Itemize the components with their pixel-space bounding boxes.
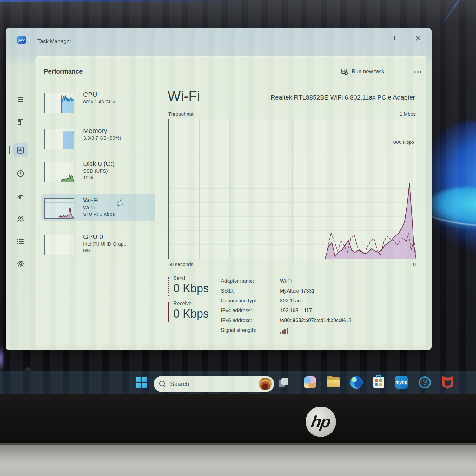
help-glyph: ? <box>419 376 431 388</box>
field-label: SSID: <box>221 286 280 296</box>
field-value: 802.11ac <box>280 296 301 306</box>
mcafee-icon[interactable] <box>441 376 454 389</box>
signal-bars-icon <box>280 325 288 337</box>
edge-icon[interactable] <box>350 376 363 389</box>
wifi-title: Wi-Fi <box>83 196 115 204</box>
run-new-task-label: Run new task <box>352 69 384 75</box>
field-row: IPv4 address:192.168.1.117 <box>221 306 418 315</box>
cpu-sub: 80% 1.48 GHz <box>83 98 115 105</box>
memory-title: Memory <box>83 127 121 135</box>
x-axis-left-label: 60 seconds <box>168 261 193 267</box>
laptop-screen: Task Manager <box>0 0 476 394</box>
field-label: Signal strength: <box>221 325 280 337</box>
close-button[interactable] <box>409 32 427 44</box>
adapter-fields: Adapter name:Wi-Fi SSID:MyAltice ff7331 … <box>221 276 418 337</box>
field-row: SSID:MyAltice ff7331 <box>221 286 418 296</box>
receive-legend-marker <box>168 302 169 322</box>
search-icon <box>159 381 166 387</box>
more-options-button[interactable] <box>411 68 425 76</box>
page-title: Performance <box>44 68 83 75</box>
window-title: Task Manager <box>37 38 71 45</box>
throughput-chart: 800 Kbps <box>168 119 416 259</box>
sidebar-item-details[interactable] <box>13 234 28 249</box>
search-placeholder: Search <box>170 380 259 387</box>
hp-logo-text: hp <box>310 412 332 431</box>
cpu-mini-graph <box>44 93 74 113</box>
content-panel: Performance Run new task CPU 80% 1.48 <box>35 56 426 345</box>
memory-sub: 3.3/3.7 GB (89%) <box>83 135 121 141</box>
scale-top-label: 1 Mbps <box>400 111 416 117</box>
disk-title: Disk 0 (C:) <box>83 160 115 168</box>
field-value: 192.168.1.117 <box>280 306 312 315</box>
field-value: MyAltice ff7331 <box>280 286 314 296</box>
detail-title: Wi-Fi <box>168 88 200 104</box>
minimize-button[interactable] <box>358 32 376 44</box>
x-axis-right-label: 0 <box>413 261 416 267</box>
start-icon[interactable] <box>135 376 148 389</box>
myhp-label: myhp <box>395 376 408 389</box>
selected-nav-indicator <box>9 146 10 154</box>
titlebar[interactable]: Task Manager <box>6 28 432 56</box>
wifi-detail-pane: Wi-Fi Realtek RTL8852BE WiFi 6 802.11ax … <box>162 88 421 342</box>
laptop-photo: Task Manager <box>0 0 476 476</box>
list-item-gpu[interactable]: GPU 0 Intel(R) UHD Grap... 0% <box>41 230 155 258</box>
gpu-mini-graph <box>44 235 74 255</box>
header-separator <box>403 65 403 78</box>
disk-sub: SSD (UFS) <box>83 168 115 174</box>
wifi-sub2: S: 0 R: 0 Kbps <box>83 211 115 217</box>
hamburger-menu-icon[interactable] <box>13 92 28 107</box>
field-row: Adapter name:Wi-Fi <box>221 276 418 286</box>
sidebar-item-performance[interactable] <box>13 143 28 157</box>
search-input[interactable]: Search <box>154 376 274 392</box>
laptop-bezel <box>0 394 476 443</box>
memory-mini-graph <box>44 129 74 149</box>
run-new-task-button[interactable]: Run new task <box>336 65 389 79</box>
scale-mid-label: 800 Kbps <box>393 139 414 145</box>
maximize-button[interactable] <box>384 32 402 44</box>
file-explorer-icon[interactable] <box>327 376 340 389</box>
microsoft-store-icon[interactable] <box>372 376 385 389</box>
disk-sub2: 12% <box>83 174 115 181</box>
wallpaper-purple-glow <box>0 346 4 371</box>
field-label: IPv4 address: <box>221 306 280 315</box>
sidebar-item-app-history[interactable] <box>13 166 28 181</box>
list-item-memory[interactable]: Memory 3.3/3.7 GB (89%) <box>41 124 155 152</box>
field-row: IPv6 address:fe80::8632:b07b:cd1d:b9cc%1… <box>221 315 418 325</box>
task-view-icon[interactable] <box>277 376 290 389</box>
wallpaper-diagonal-streak <box>440 0 468 27</box>
field-label: Adapter name: <box>221 276 280 286</box>
disk-mini-graph <box>44 162 74 182</box>
myhp-icon[interactable]: myhp <box>395 376 408 389</box>
field-row: Signal strength: <box>221 325 418 337</box>
throughput-label: Throughput <box>168 111 193 117</box>
field-value: Wi-Fi <box>280 276 292 286</box>
list-item-cpu[interactable]: CPU 80% 1.48 GHz <box>41 88 155 116</box>
field-row: Connection type:802.11ac <box>221 296 418 306</box>
sidebar-item-users[interactable] <box>13 212 28 227</box>
sidebar-item-startup-apps[interactable] <box>13 189 28 204</box>
wifi-mini-graph <box>44 198 74 219</box>
search-highlight-image[interactable] <box>259 378 272 390</box>
sidebar-item-services[interactable] <box>13 256 28 271</box>
list-item-disk[interactable]: Disk 0 (C:) SSD (UFS) 12% <box>41 157 155 185</box>
wallpaper-top-streak <box>0 0 248 2</box>
task-manager-app-icon <box>17 36 26 44</box>
help-icon[interactable]: ? <box>418 376 432 389</box>
field-label: Connection type: <box>221 296 280 306</box>
wifi-sub: Wi-Fi <box>83 204 115 211</box>
cpu-title: CPU <box>83 91 115 98</box>
sidebar <box>6 56 35 350</box>
laptop-deck <box>0 443 476 476</box>
task-manager-window: Task Manager <box>6 28 432 350</box>
field-value: fe80::8632:b07b:cd1d:b9cc%12 <box>280 315 351 325</box>
adapter-name-heading: Realtek RTL8852BE WiFi 6 802.11ax PCIe A… <box>271 94 415 101</box>
run-new-task-icon <box>341 68 348 76</box>
list-item-wifi[interactable]: Wi-Fi Wi-Fi S: 0 R: 0 Kbps ☝ <box>41 194 155 221</box>
copilot-icon[interactable] <box>303 376 317 389</box>
gpu-sub2: 0% <box>83 247 128 254</box>
sidebar-item-processes[interactable] <box>13 115 28 129</box>
field-label: IPv6 address: <box>221 315 280 325</box>
gpu-sub: Intel(R) UHD Grap... <box>83 241 128 247</box>
gpu-title: GPU 0 <box>83 233 128 241</box>
send-legend-marker <box>168 277 169 296</box>
